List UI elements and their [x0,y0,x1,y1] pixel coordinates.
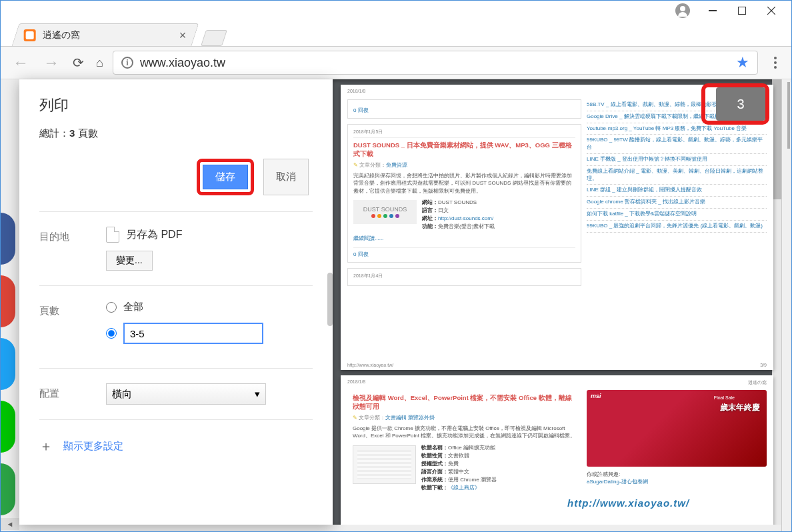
facebook-share-button[interactable] [0,213,15,265]
svg-rect-0 [709,10,717,11]
google-share-button[interactable] [0,275,15,327]
chevron-down-icon: ▾ [255,388,260,400]
tab-title: 逍遙の窩 [43,29,173,41]
print-dialog: 列印 總計：3 頁數 儲存 取消 目的地 另存為 PDF 變更... [19,79,333,525]
settings-scrollbar[interactable] [327,273,333,326]
new-tab-button[interactable] [201,30,227,46]
minimize-button[interactable] [698,1,727,20]
address-bar[interactable]: i www.xiaoyao.tw ★ [113,51,758,75]
print-settings-panel: 列印 總計：3 頁數 儲存 取消 目的地 另存為 PDF 變更... [19,79,333,525]
page-content: ◄ 列印 總計：3 頁數 儲存 取消 目的地 另存為 PD [1,79,791,531]
cancel-button[interactable]: 取消 [263,159,309,195]
line-share-button[interactable] [0,401,15,453]
reload-button[interactable]: ⟳ [70,55,87,71]
preview-page-2: 2018/1/8逍遙の窩 檢視及編輯 Word、Excel、PowerPoint… [341,375,773,525]
article-thumbnail: DUST SOUNDS [353,200,417,224]
horizontal-scroll-left[interactable]: ◄ [1,518,19,530]
page-counter-highlight: 3 [701,83,769,125]
save-button[interactable]: 儲存 [203,165,248,189]
preview-scrollbar[interactable] [772,79,781,525]
blogger-favicon-icon [24,29,36,41]
maximize-button[interactable] [727,1,757,20]
plus-icon: ＋ [39,437,53,455]
more-settings-toggle[interactable]: ＋ 顯示更多設定 [39,437,313,455]
svg-rect-1 [739,7,746,15]
pdf-file-icon [106,227,119,243]
url-text: www.xiaoyao.tw [140,56,225,70]
user-account-icon[interactable] [675,3,690,18]
bookmark-star-icon[interactable]: ★ [736,54,749,71]
twitter-share-button[interactable] [0,338,15,390]
pages-label: 頁數 [39,301,106,317]
article-screenshot [353,445,416,484]
print-preview-pane: 2018/1/8逍遙の窩 0 回復 2018年1月5日 DUST SOUNDS … [333,79,781,525]
browser-tab[interactable]: 逍遙の窩 × [11,23,199,46]
preview-page-1: 2018/1/8逍遙の窩 0 回復 2018年1月5日 DUST SOUNDS … [341,85,773,370]
layout-select[interactable]: 橫向▾ [106,383,266,405]
destination-value: 另存為 PDF [106,227,313,243]
tab-close-icon[interactable]: × [179,29,187,41]
change-destination-button[interactable]: 變更... [106,251,153,271]
page-counter-badge: 3 [716,87,765,121]
share-button[interactable] [0,463,15,515]
print-total-pages: 總計：3 頁數 [39,127,313,140]
browser-menu-button[interactable] [765,57,783,69]
save-button-highlight: 儲存 [197,159,254,195]
underlying-page-edge [781,79,791,531]
print-dialog-title: 列印 [39,95,313,115]
pages-range-radio[interactable] [106,323,313,344]
page-scrollbar-thumb[interactable] [787,82,790,149]
layout-label: 配置 [39,383,106,400]
destination-label: 目的地 [39,227,106,243]
pages-all-radio[interactable]: 全部 [106,301,313,313]
browser-toolbar: ← → ⟳ ⌂ i www.xiaoyao.tw ★ [1,46,791,79]
back-button[interactable]: ← [9,53,33,72]
pages-range-input[interactable] [123,323,263,344]
home-button[interactable]: ⌂ [93,56,106,70]
window-titlebar [1,1,791,21]
msi-ad-banner[interactable]: msi 歲末年終慶 Final Sale [587,390,767,467]
close-window-button[interactable] [757,1,786,20]
site-info-icon[interactable]: i [121,57,133,69]
forward-button: → [39,53,63,72]
social-share-bar [0,213,15,515]
tab-bar: 逍遙の窩 × [1,21,791,46]
